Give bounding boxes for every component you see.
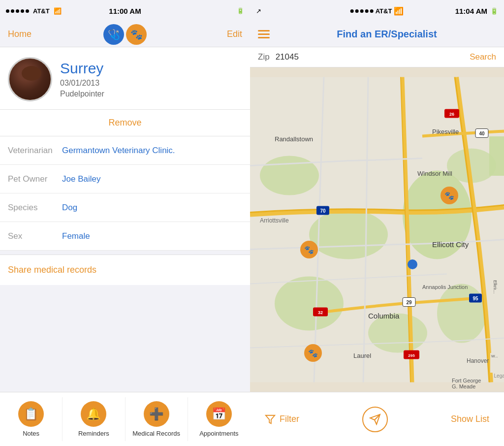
species-row: Species Dog xyxy=(0,193,250,222)
location-icon-right: ↗ xyxy=(256,7,261,15)
map-edge-right xyxy=(489,136,504,176)
svg-text:Annapolis Junction: Annapolis Junction xyxy=(422,284,468,290)
hamburger-menu[interactable] xyxy=(258,30,270,38)
veterinarian-label: Veterinarian xyxy=(8,146,62,156)
map-svg: 70 29 95 40 26 32 295 xyxy=(250,67,504,392)
pet-profile: Surrey 03/01/2013 Pudelpointer xyxy=(0,47,250,110)
edit-button[interactable]: Edit xyxy=(227,29,242,39)
zip-input[interactable] xyxy=(276,52,464,62)
tab-appointments-label: Appointments xyxy=(199,430,239,437)
svg-text:Arriottsville: Arriottsville xyxy=(260,217,289,224)
pet-photo xyxy=(9,59,51,100)
hamburger-line-2 xyxy=(258,33,270,35)
search-bar: Zip Search xyxy=(250,47,504,67)
right-panel: ↗ AT&T 📶 11:04 AM 🔋 Find an ER/Specialis… xyxy=(250,0,504,446)
signal-dots-right xyxy=(350,9,374,13)
svg-text:Ellicott City: Ellicott City xyxy=(432,240,469,249)
right-status-icons-left: 🔋 xyxy=(237,7,244,14)
pet-avatar xyxy=(8,57,52,101)
tab-bar-left: 📋 Notes 🔔 Reminders ➕ Medical Records 📅 … xyxy=(0,392,250,446)
veterinarian-row: Veterinarian Germantown Veterinary Clini… xyxy=(0,136,250,165)
nav-bar-right: Find an ER/Specialist xyxy=(250,22,504,47)
notes-icon: 📋 xyxy=(18,401,44,427)
svg-text:26: 26 xyxy=(449,112,454,117)
search-button[interactable]: Search xyxy=(470,52,496,62)
pet-owner-row: Pet Owner Joe Bailey xyxy=(0,165,250,193)
page-title: Find an ER/Specialist xyxy=(278,29,496,40)
svg-text:32: 32 xyxy=(318,310,323,315)
status-bar-left: AT&T 📶 11:00 AM 🔋 xyxy=(0,0,250,22)
current-location-marker xyxy=(408,259,417,269)
svg-text:29: 29 xyxy=(406,300,412,305)
svg-point-1 xyxy=(260,156,319,195)
svg-text:295: 295 xyxy=(408,353,415,358)
home-button[interactable]: Home xyxy=(8,29,32,39)
svg-text:70: 70 xyxy=(320,208,326,214)
time-right: 11:04 AM xyxy=(455,7,487,15)
medical-records-icon: ➕ xyxy=(144,401,169,427)
location-arrow-icon xyxy=(369,414,381,425)
wifi-icon-right: 📶 xyxy=(394,6,404,16)
battery-icon-right: 🔋 xyxy=(490,7,498,15)
wifi-icon-left: 📶 xyxy=(54,7,62,15)
tab-reminders[interactable]: 🔔 Reminders xyxy=(63,397,125,441)
map-marker-1[interactable]: 🐾 xyxy=(300,241,318,258)
svg-point-5 xyxy=(275,277,344,331)
battery-icon-left: 🔋 xyxy=(237,7,244,14)
tab-notes-label: Notes xyxy=(23,430,39,437)
tab-appointments[interactable]: 📅 Appointments xyxy=(188,397,250,441)
bottom-bar-right: Filter Show List xyxy=(250,392,504,446)
show-list-button[interactable]: Show List xyxy=(451,414,489,424)
share-medical-records-link[interactable]: Share medical records xyxy=(8,265,96,275)
svg-text:Hanover: Hanover xyxy=(467,357,489,364)
svg-text:Windsor Mill: Windsor Mill xyxy=(417,170,452,177)
filter-icon xyxy=(265,414,276,425)
map-marker-2[interactable]: 🐾 xyxy=(441,187,458,204)
pet-name: Surrey xyxy=(60,60,104,77)
svg-marker-34 xyxy=(266,415,275,423)
svg-point-7 xyxy=(437,284,486,343)
logo-medical-icon: 🩺 xyxy=(103,24,124,45)
reminders-icon: 🔔 xyxy=(81,401,106,427)
location-button[interactable] xyxy=(362,407,388,432)
pet-breed: Pudelpointer xyxy=(60,90,104,98)
remove-button[interactable]: Remove xyxy=(0,110,250,136)
svg-text:Fort George: Fort George xyxy=(452,378,481,383)
map-area[interactable]: 70 29 95 40 26 32 295 xyxy=(250,67,504,392)
filter-label: Filter xyxy=(280,414,299,424)
zip-label: Zip xyxy=(258,52,270,62)
svg-text:Laurel: Laurel xyxy=(353,352,371,359)
svg-text:Randallstown: Randallstown xyxy=(275,135,313,143)
pet-owner-label: Pet Owner xyxy=(8,174,62,184)
svg-point-2 xyxy=(309,210,388,259)
svg-text:40: 40 xyxy=(479,131,485,136)
appointments-icon: 📅 xyxy=(206,401,232,427)
species-value: Dog xyxy=(62,203,77,213)
nav-bar-left: Home 🩺 🐾 Edit xyxy=(0,22,250,47)
svg-text:Columbia: Columbia xyxy=(368,312,400,320)
carrier-right: AT&T xyxy=(376,7,392,15)
pet-owner-value: Joe Bailey xyxy=(62,174,100,184)
filter-button[interactable]: Filter xyxy=(265,414,299,425)
hamburger-line-1 xyxy=(258,30,270,32)
map-edge-right-2: Elkriı... xyxy=(492,279,504,309)
map-marker-3[interactable]: 🐾 xyxy=(304,344,322,362)
veterinarian-value: Germantown Veterinary Clinic. xyxy=(62,146,175,156)
pet-dob: 03/01/2013 xyxy=(60,79,104,88)
svg-text:Legal: Legal xyxy=(494,373,504,379)
sex-row: Sex Female xyxy=(0,222,250,251)
carrier-left: AT&T xyxy=(33,7,50,15)
hamburger-line-3 xyxy=(258,37,270,38)
svg-text:95: 95 xyxy=(472,296,478,301)
sex-label: Sex xyxy=(8,231,62,241)
species-label: Species xyxy=(8,203,62,213)
svg-text:G. Meade: G. Meade xyxy=(452,383,475,389)
tab-reminders-label: Reminders xyxy=(78,430,109,437)
left-panel: AT&T 📶 11:00 AM 🔋 Home 🩺 🐾 Edit Surrey 0… xyxy=(0,0,250,446)
tab-notes[interactable]: 📋 Notes xyxy=(0,397,63,441)
time-left: 11:00 AM xyxy=(109,7,141,15)
tab-medical-records-label: Medical Records xyxy=(132,430,180,437)
logo-paw-icon: 🐾 xyxy=(126,24,147,45)
tab-medical-records[interactable]: ➕ Medical Records xyxy=(126,397,188,441)
map-edge-right-3: W... xyxy=(490,353,504,373)
